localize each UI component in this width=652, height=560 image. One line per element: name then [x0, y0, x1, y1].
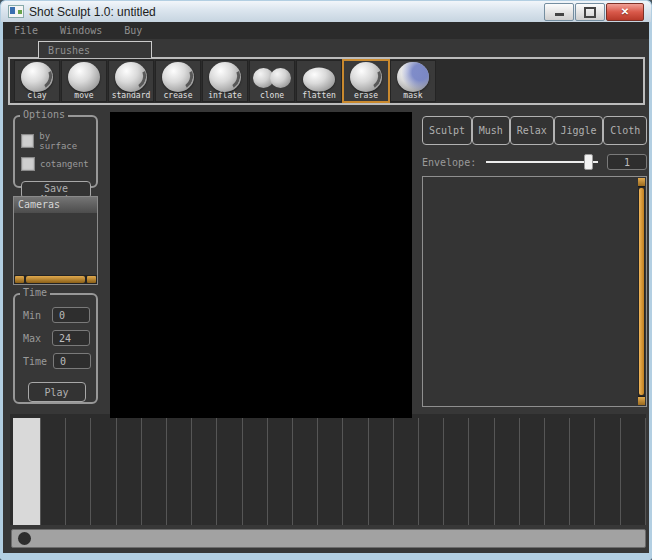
timeline-column[interactable]	[217, 418, 242, 525]
brush-label: erase	[354, 91, 378, 101]
timeline-playhead[interactable]	[13, 418, 40, 525]
envelope-label: Envelope:	[422, 157, 486, 168]
standard-brush-icon	[114, 62, 148, 91]
timeline-column[interactable]	[243, 418, 268, 525]
timeline-column[interactable]	[192, 418, 217, 525]
brush-clone[interactable]: clone	[249, 60, 295, 102]
max-label: Max	[23, 333, 46, 344]
cameras-list[interactable]	[14, 213, 97, 275]
vertical-scroll-thumb[interactable]	[639, 188, 644, 395]
timeline-column[interactable]	[293, 418, 318, 525]
timeline-column[interactable]	[167, 418, 192, 525]
cameras-horizontal-scrollbar[interactable]	[14, 275, 97, 284]
brush-mask[interactable]: mask	[390, 60, 436, 102]
scroll-right-arrow[interactable]	[87, 276, 96, 283]
close-button[interactable]: ✕	[606, 3, 644, 21]
menu-bar: File Windows Buy	[3, 22, 649, 39]
timeline-column[interactable]	[66, 418, 91, 525]
sculpt-viewport[interactable]	[110, 112, 412, 418]
vertical-scrollbar[interactable]	[638, 178, 645, 405]
timeline-column[interactable]	[595, 418, 620, 525]
sculpt-button[interactable]: Sculpt	[422, 116, 472, 145]
timeline-column[interactable]	[520, 418, 545, 525]
timeline-column[interactable]	[621, 418, 646, 525]
mode-buttons: Sculpt Mush Relax Jiggle Cloth	[422, 116, 647, 145]
timeline-scroll-handle[interactable]	[18, 532, 31, 545]
minimize-icon	[555, 13, 564, 16]
brush-label: clone	[260, 91, 284, 101]
options-group: Options by surface cotangent Save Morph	[13, 115, 98, 188]
brushes-toolbar: clay move standard crease inflate clone …	[8, 57, 645, 105]
flatten-brush-icon	[302, 62, 336, 91]
envelope-slider-handle[interactable]	[584, 154, 593, 170]
play-button[interactable]: Play	[28, 382, 86, 402]
app-window: Shot Sculpt 1.0: untitled ✕ File Windows…	[0, 0, 652, 560]
min-field[interactable]	[52, 307, 90, 323]
scroll-thumb[interactable]	[26, 276, 85, 283]
minimize-button[interactable]	[544, 3, 574, 21]
cloth-button[interactable]: Cloth	[603, 116, 647, 145]
layers-list[interactable]	[422, 176, 647, 407]
timeline-column[interactable]	[41, 418, 66, 525]
tab-brushes[interactable]: Brushes	[38, 41, 152, 58]
slider-track	[486, 161, 598, 163]
mush-button[interactable]: Mush	[472, 116, 510, 145]
close-icon: ✕	[621, 7, 629, 17]
brush-crease[interactable]: crease	[155, 60, 201, 102]
brush-label: crease	[164, 91, 193, 101]
maximize-button[interactable]	[575, 3, 605, 21]
scroll-down-arrow[interactable]	[638, 396, 645, 405]
timeline-column[interactable]	[268, 418, 293, 525]
brush-label: move	[74, 91, 93, 101]
by-surface-checkbox[interactable]	[21, 134, 34, 148]
crease-brush-icon	[161, 62, 195, 91]
max-field[interactable]	[52, 330, 90, 346]
time-field[interactable]	[53, 353, 91, 369]
menu-windows[interactable]: Windows	[49, 25, 113, 36]
timeline-column[interactable]	[444, 418, 469, 525]
maximize-icon	[584, 7, 596, 18]
timeline-column[interactable]	[545, 418, 570, 525]
min-row: Min	[23, 307, 90, 323]
by-surface-label: by surface	[39, 131, 90, 151]
brush-clay[interactable]: clay	[14, 60, 60, 102]
timeline-horizontal-scrollbar[interactable]	[11, 529, 646, 548]
max-row: Max	[23, 330, 90, 346]
menu-buy[interactable]: Buy	[113, 25, 153, 36]
timeline-column[interactable]	[117, 418, 142, 525]
time-row: Time	[23, 353, 90, 369]
envelope-value-field[interactable]	[607, 154, 647, 170]
brush-standard[interactable]: standard	[108, 60, 154, 102]
timeline-column[interactable]	[91, 418, 116, 525]
move-brush-icon	[67, 62, 101, 91]
cotangent-checkbox[interactable]	[21, 157, 35, 171]
brush-label: standard	[112, 91, 151, 101]
brush-erase[interactable]: erase	[343, 60, 389, 102]
timeline-column[interactable]	[142, 418, 167, 525]
time-group: Time Min Max Time Play	[13, 293, 98, 404]
mask-brush-icon	[396, 62, 430, 91]
timeline-column[interactable]	[570, 418, 595, 525]
timeline-column[interactable]	[419, 418, 444, 525]
scroll-up-arrow[interactable]	[638, 178, 645, 187]
brush-inflate[interactable]: inflate	[202, 60, 248, 102]
relax-button[interactable]: Relax	[510, 116, 554, 145]
inflate-brush-icon	[208, 62, 242, 91]
options-legend: Options	[20, 109, 68, 120]
jiggle-button[interactable]: Jiggle	[554, 116, 604, 145]
timeline-column[interactable]	[318, 418, 343, 525]
app-icon	[8, 5, 24, 18]
timeline-column[interactable]	[343, 418, 368, 525]
timeline-column[interactable]	[394, 418, 419, 525]
brush-label: inflate	[208, 91, 242, 101]
timeline-column[interactable]	[369, 418, 394, 525]
timeline-column[interactable]	[495, 418, 520, 525]
envelope-slider[interactable]	[486, 154, 598, 170]
brush-move[interactable]: move	[61, 60, 107, 102]
title-bar[interactable]: Shot Sculpt 1.0: untitled ✕	[1, 1, 651, 22]
brush-flatten[interactable]: flatten	[296, 60, 342, 102]
timeline-column[interactable]	[469, 418, 494, 525]
timeline[interactable]	[10, 414, 646, 525]
menu-file[interactable]: File	[3, 25, 49, 36]
scroll-left-arrow[interactable]	[15, 276, 24, 283]
